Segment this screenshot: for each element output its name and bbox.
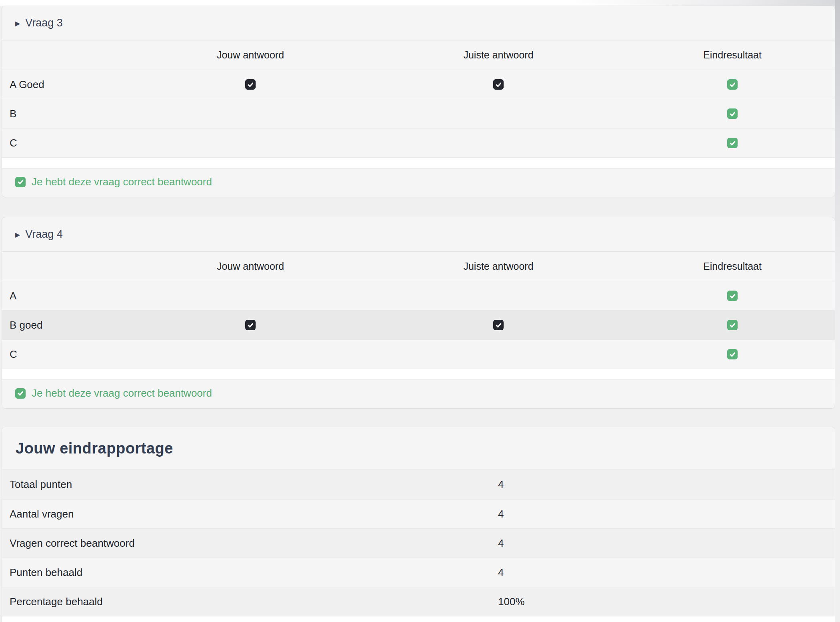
option-label: B goed	[2, 319, 134, 331]
column-header-correct-answer: Juiste antwoord	[367, 49, 630, 61]
checkmark-icon	[17, 179, 24, 185]
report-row: Punten behaald 4	[2, 558, 835, 587]
answer-row: B goed	[2, 310, 835, 339]
spacer-row	[2, 369, 835, 379]
final-report-card: Jouw eindrapportage Totaal punten 4 Aant…	[2, 427, 835, 622]
your-answer-cell	[134, 138, 367, 148]
report-row: Aantal vragen 4	[2, 499, 835, 528]
column-header-correct-answer: Juiste antwoord	[367, 261, 630, 272]
success-check-icon	[15, 177, 26, 187]
question-card-vraag-3: ▶ Vraag 3 Jouw antwoord Juiste antwoord …	[2, 6, 835, 197]
question-header[interactable]: ▶ Vraag 3	[2, 6, 835, 40]
correct-answer-cell	[367, 108, 630, 119]
column-header-your-answer: Jouw antwoord	[134, 261, 367, 272]
your-answer-cell	[134, 349, 367, 359]
checkmark-icon	[729, 351, 736, 358]
checkmark-icon	[729, 293, 736, 299]
collapse-triangle-icon: ▶	[15, 20, 20, 27]
checkmark-icon	[17, 390, 24, 397]
collapse-triangle-icon: ▶	[15, 232, 20, 238]
option-label: A Goed	[2, 78, 134, 91]
final-result-checkbox	[727, 349, 738, 359]
success-check-icon	[15, 388, 26, 399]
checkmark-icon	[495, 322, 502, 329]
column-header-your-answer: Jouw antwoord	[134, 49, 367, 61]
final-result-checkbox	[727, 320, 738, 330]
correct-answer-checkbox	[493, 320, 504, 330]
final-result-cell	[630, 138, 835, 148]
answer-row: A	[2, 281, 835, 310]
question-title: Vraag 4	[25, 228, 63, 241]
option-label: C	[2, 348, 134, 361]
question-feedback: Je hebt deze vraag correct beantwoord	[2, 379, 835, 407]
your-answer-cell	[134, 108, 367, 119]
report-row: Percentage behaald 100%	[2, 587, 835, 616]
report-row-value: 4	[498, 508, 835, 520]
feedback-text: Je hebt deze vraag correct beantwoord	[32, 176, 212, 188]
option-label: C	[2, 137, 134, 149]
option-label: B	[2, 108, 134, 120]
correct-answer-checkbox	[493, 79, 504, 90]
question-card-vraag-4: ▶ Vraag 4 Jouw antwoord Juiste antwoord …	[2, 217, 835, 409]
report-row-label: Vragen correct beantwoord	[2, 537, 498, 550]
report-title: Jouw eindrapportage	[2, 427, 835, 470]
your-answer-checkbox[interactable]	[245, 79, 256, 90]
report-row-label: Percentage behaald	[2, 596, 498, 608]
column-header-row: Jouw antwoord Juiste antwoord Eindresult…	[2, 252, 835, 281]
final-result-cell	[630, 349, 835, 359]
correct-answer-cell	[367, 349, 630, 359]
report-row-value: 4	[498, 478, 835, 491]
checkmark-icon	[247, 81, 254, 88]
column-header-final-result: Eindresultaat	[630, 49, 835, 61]
final-result-checkbox	[727, 291, 738, 301]
checkmark-icon	[495, 81, 502, 88]
correct-answer-cell	[367, 320, 630, 330]
checkmark-icon	[729, 140, 736, 146]
final-result-cell	[630, 79, 835, 90]
report-row-value: 4	[498, 537, 835, 550]
report-row-value: 100%	[498, 596, 835, 608]
final-result-checkbox	[727, 108, 738, 119]
final-result-checkbox	[727, 79, 738, 90]
column-header-row: Jouw antwoord Juiste antwoord Eindresult…	[2, 40, 835, 70]
option-label: A	[2, 290, 134, 302]
report-row-label: Aantal vragen	[2, 508, 498, 520]
final-result-cell	[630, 108, 835, 119]
correct-answer-cell	[367, 79, 630, 90]
your-answer-cell	[134, 79, 367, 90]
question-feedback: Je hebt deze vraag correct beantwoord	[2, 168, 835, 195]
report-row: Vragen correct beantwoord 4	[2, 528, 835, 558]
checkmark-icon	[729, 81, 736, 88]
report-row-label: Totaal punten	[2, 478, 498, 491]
feedback-text: Je hebt deze vraag correct beantwoord	[32, 387, 212, 399]
your-answer-cell	[134, 291, 367, 301]
final-result-checkbox	[727, 138, 738, 148]
correct-answer-cell	[367, 138, 630, 148]
answer-row: B	[2, 99, 835, 128]
correct-answer-cell	[367, 291, 630, 301]
report-row-label: Punten behaald	[2, 566, 498, 579]
your-answer-checkbox[interactable]	[245, 320, 256, 330]
final-result-cell	[630, 291, 835, 301]
answer-row: C	[2, 128, 835, 157]
answer-row: C	[2, 339, 835, 369]
report-row-value: 4	[498, 566, 835, 579]
column-header-final-result: Eindresultaat	[630, 261, 835, 272]
your-answer-cell	[134, 320, 367, 330]
spacer-row	[2, 157, 835, 168]
checkmark-icon	[247, 322, 254, 329]
answer-row: A Goed	[2, 70, 835, 99]
report-row: Totaal punten 4	[2, 470, 835, 499]
checkmark-icon	[729, 322, 736, 329]
checkmark-icon	[729, 110, 736, 117]
page-top-margin	[0, 0, 840, 6]
final-result-cell	[630, 320, 835, 330]
question-header[interactable]: ▶ Vraag 4	[2, 217, 835, 252]
report-bottom-row	[2, 616, 835, 622]
page-right-shade	[835, 0, 840, 622]
question-title: Vraag 3	[25, 17, 63, 29]
